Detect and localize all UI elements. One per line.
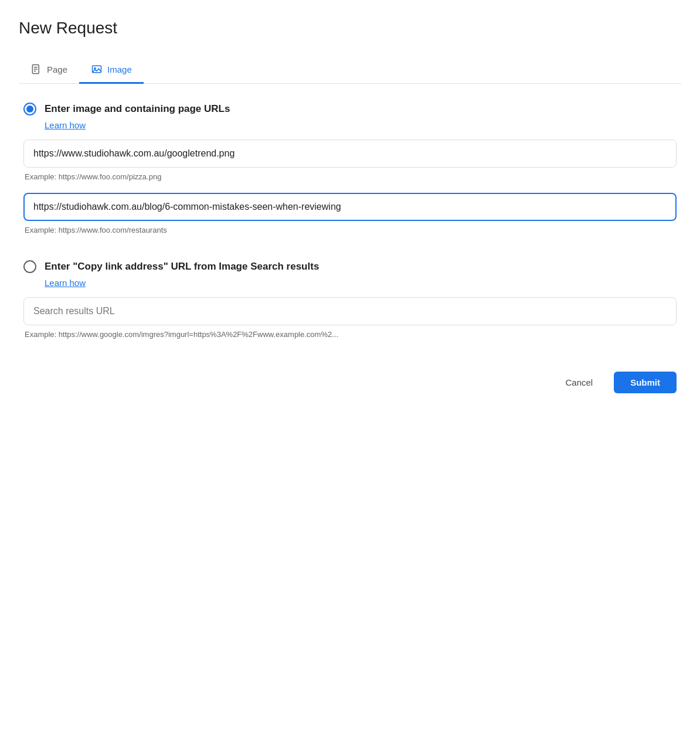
option2-radio[interactable] [23, 260, 36, 273]
option2-learn-how[interactable]: Learn how [45, 278, 677, 288]
main-content: Enter image and containing page URLs Lea… [19, 103, 681, 393]
submit-button[interactable]: Submit [614, 372, 677, 393]
page-url-input[interactable] [23, 193, 677, 221]
search-url-example: Example: https://www.google.com/imgres?i… [23, 330, 677, 339]
cancel-button[interactable]: Cancel [551, 372, 607, 393]
option2-section: Enter "Copy link address" URL from Image… [23, 260, 677, 339]
tab-image-label: Image [107, 64, 132, 74]
tab-page[interactable]: Page [19, 56, 79, 84]
image-icon [91, 63, 103, 75]
page-icon [30, 63, 42, 75]
image-url-input[interactable] [23, 139, 677, 168]
tabs-container: Page Image [19, 56, 681, 84]
image-url-example: Example: https://www.foo.com/pizza.png [23, 172, 677, 181]
option2-header: Enter "Copy link address" URL from Image… [23, 260, 677, 273]
svg-point-5 [94, 68, 96, 70]
search-url-input[interactable] [23, 297, 677, 325]
option1-learn-how[interactable]: Learn how [45, 120, 677, 130]
page-url-example: Example: https://www.foo.com/restaurants [23, 226, 677, 234]
option1-radio[interactable] [23, 103, 36, 115]
tab-page-label: Page [47, 64, 67, 74]
option1-header: Enter image and containing page URLs [23, 103, 677, 115]
footer: Cancel Submit [23, 362, 677, 393]
option1-section: Enter image and containing page URLs Lea… [23, 103, 677, 234]
option1-label: Enter image and containing page URLs [45, 103, 230, 115]
option2-label: Enter "Copy link address" URL from Image… [45, 261, 319, 273]
tab-image[interactable]: Image [79, 56, 144, 84]
page-title: New Request [19, 14, 681, 42]
